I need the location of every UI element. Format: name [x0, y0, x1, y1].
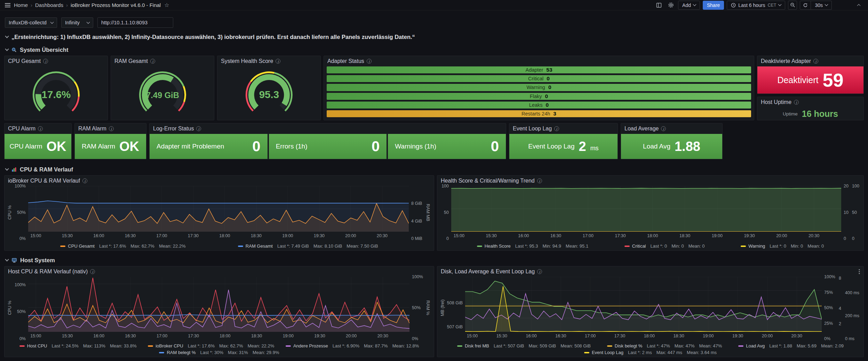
- star-icon[interactable]: ☆: [164, 2, 169, 8]
- panel-header[interactable]: Adapter Status: [324, 56, 754, 66]
- adapter-status-bar[interactable]: Leaks0: [327, 102, 751, 109]
- y-axis-title: RAM %: [425, 277, 431, 339]
- breadcrumb-dashboards[interactable]: Dashboards: [35, 2, 63, 8]
- legend-item[interactable]: RAM GesamtLast *: 7.49 GiBMax: 8.10 GiBM…: [238, 243, 378, 249]
- info-icon[interactable]: [794, 100, 799, 105]
- panel-header[interactable]: Load Average: [621, 123, 722, 134]
- legend-item[interactable]: CPU GesamtLast *: 17.6%Max: 62.7%Mean: 2…: [60, 243, 185, 249]
- log-error-stat[interactable]: Warnings (1h)0: [388, 134, 506, 159]
- panel-title: Adapter Status: [327, 58, 364, 64]
- adapter-status-bar[interactable]: Adapter53: [327, 66, 751, 73]
- refresh-interval-picker[interactable]: 30s: [811, 1, 832, 10]
- time-series-chart: CPU %100%50%0%15:0015:3016:0016:3017:001…: [7, 277, 431, 339]
- panel-header[interactable]: Host Uptime: [757, 97, 863, 107]
- legend-item[interactable]: Load AvgLast *: 1.88Max: 5.69Mean: 2.09: [738, 343, 844, 348]
- dashboard-row-system-overview[interactable]: System Übersicht: [0, 46, 868, 54]
- refresh-icon[interactable]: [800, 1, 811, 10]
- y-axis-ticks: 8 GiB4 GiB0 MiB: [409, 186, 425, 239]
- load-average-stat[interactable]: Load Avg 1.88: [621, 134, 722, 159]
- info-icon[interactable]: [276, 59, 280, 64]
- legend-item[interactable]: RAM belegt %Last *: 30%Max: 31%Mean: 29.…: [159, 350, 279, 355]
- info-icon[interactable]: [554, 126, 559, 131]
- info-icon[interactable]: [109, 126, 114, 131]
- panel-header[interactable]: Log-Error Status: [150, 123, 506, 134]
- adapter-status-bar[interactable]: Warning0: [327, 84, 751, 91]
- panel-header[interactable]: Event Loop Lag: [509, 123, 618, 134]
- plot-area[interactable]: [465, 277, 822, 332]
- plot-area[interactable]: [451, 186, 841, 232]
- kebab-menu-icon[interactable]: [859, 269, 860, 274]
- stat-label: Load Avg: [643, 143, 670, 150]
- panel-layout-icon[interactable]: [654, 1, 663, 10]
- legend-item[interactable]: Host CPULast *: 24.5%Max: 113%Mean: 33.8…: [19, 343, 137, 348]
- host-uptime-stat[interactable]: Uptime 16 hours: [757, 107, 863, 120]
- stat-label: Event Loop Lag: [528, 143, 574, 150]
- magnifier-icon: [11, 47, 17, 53]
- settings-gear-icon[interactable]: [666, 1, 675, 10]
- panel-header[interactable]: CPU Alarm: [5, 123, 71, 134]
- zoom-out-icon[interactable]: [788, 1, 797, 10]
- infinity-datasource-select[interactable]: Infinity: [61, 17, 93, 28]
- health-gauge[interactable]: 95.3: [217, 66, 320, 120]
- breadcrumb-home[interactable]: Home: [14, 2, 28, 8]
- legend-item[interactable]: Health ScoreLast *: 95.3Min: 94.9Mean: 9…: [477, 243, 588, 249]
- info-icon[interactable]: [537, 269, 542, 274]
- event-loop-lag-stat[interactable]: Event Loop Lag 2 ms: [509, 134, 618, 159]
- info-icon[interactable]: [82, 178, 87, 183]
- add-button-label: Add: [682, 2, 691, 8]
- menu-icon[interactable]: [5, 3, 10, 7]
- legend-item[interactable]: Event Loop LagLast *: 2 msMax: 447 msMea…: [584, 350, 717, 355]
- legend-item[interactable]: Disk frei MBLast *: 507 GiBMax: 509 GiBM…: [457, 343, 591, 348]
- info-icon[interactable]: [90, 269, 95, 274]
- svg-text:17.6%: 17.6%: [41, 89, 71, 100]
- info-icon[interactable]: [150, 59, 155, 64]
- panel-header[interactable]: Health Score & Critical/Warning Trend: [437, 176, 863, 186]
- adapter-status-bar[interactable]: Flaky0: [327, 93, 751, 100]
- adapter-status-bar[interactable]: Restarts 24h3: [327, 110, 751, 117]
- info-icon[interactable]: [813, 59, 818, 64]
- influxdb-datasource-select[interactable]: InfluxDB-collectd: [5, 17, 57, 28]
- collapse-bar-icon[interactable]: [854, 1, 863, 10]
- stat-value: 0: [252, 139, 260, 154]
- panel-header[interactable]: CPU Gesamt: [5, 56, 107, 66]
- legend-swatch: [738, 345, 743, 347]
- info-icon[interactable]: [43, 59, 48, 64]
- legend-item[interactable]: ioBroker CPULast *: 17.6%Max: 62.7%Mean:…: [148, 343, 274, 348]
- legend-item[interactable]: WarningLast *: 0Min: 0Mean: 0: [741, 243, 824, 249]
- panel-header[interactable]: System Health Score: [217, 56, 320, 66]
- log-error-stat[interactable]: Errors (1h)0: [269, 134, 387, 159]
- panel-header[interactable]: Deaktivierte Adapter: [757, 56, 863, 66]
- legend-item[interactable]: Disk belegt %Last *: 47%Max: 47%Mean: 47…: [607, 343, 722, 348]
- panel-header[interactable]: Host CPU & RAM Verlauf (nativ): [5, 266, 434, 277]
- log-error-stat[interactable]: Adapter mit Problemen0: [150, 134, 268, 159]
- add-button[interactable]: Add: [678, 1, 700, 10]
- dashboard-row-cpu-ram[interactable]: CPU & RAM Verlauf: [0, 166, 868, 173]
- iobroker-url-input[interactable]: [97, 17, 173, 28]
- dashboard-row-setup-note[interactable]: „Ersteinrichtung: 1) InfluxDB auswählen,…: [0, 33, 868, 40]
- legend-stat: Max: 62.7%: [219, 343, 243, 348]
- plot-area[interactable]: [28, 277, 409, 332]
- time-range-picker[interactable]: Last 6 hours CET: [727, 1, 785, 10]
- disabled-adapters-stat[interactable]: Deaktiviert 59: [757, 66, 863, 94]
- info-icon[interactable]: [367, 59, 372, 64]
- legend-item[interactable]: CriticalLast *: 0Min: 0Mean: 0: [624, 243, 705, 249]
- panel-header[interactable]: RAM Alarm: [75, 123, 146, 134]
- info-icon[interactable]: [196, 126, 201, 131]
- info-icon[interactable]: [537, 178, 542, 183]
- panel-header[interactable]: Disk, Load Average & Event Loop Lag: [437, 266, 863, 277]
- legend-stat: Min: 0: [671, 243, 684, 249]
- ram-alarm-stat[interactable]: RAM Alarm OK: [75, 134, 146, 159]
- adapter-status-bar[interactable]: Critical0: [327, 75, 751, 82]
- cpu-alarm-stat[interactable]: CPU Alarm OK: [5, 134, 71, 159]
- plot-area[interactable]: [28, 186, 409, 232]
- panel-header[interactable]: RAM Gesamt: [111, 56, 214, 66]
- ram-gauge[interactable]: 7.49 GiB: [111, 66, 214, 120]
- share-button[interactable]: Share: [703, 1, 724, 10]
- panel-header[interactable]: ioBroker CPU & RAM Verlauf: [5, 176, 434, 186]
- stat-label: Uptime: [783, 111, 798, 117]
- cpu-gauge[interactable]: 17.6%: [5, 66, 107, 120]
- legend-item[interactable]: Andere ProzesseLast *: 6.90%Max: 87.7%Me…: [286, 343, 419, 348]
- info-icon[interactable]: [38, 126, 43, 131]
- info-icon[interactable]: [661, 126, 666, 131]
- dashboard-row-host-system[interactable]: Host System: [0, 256, 868, 264]
